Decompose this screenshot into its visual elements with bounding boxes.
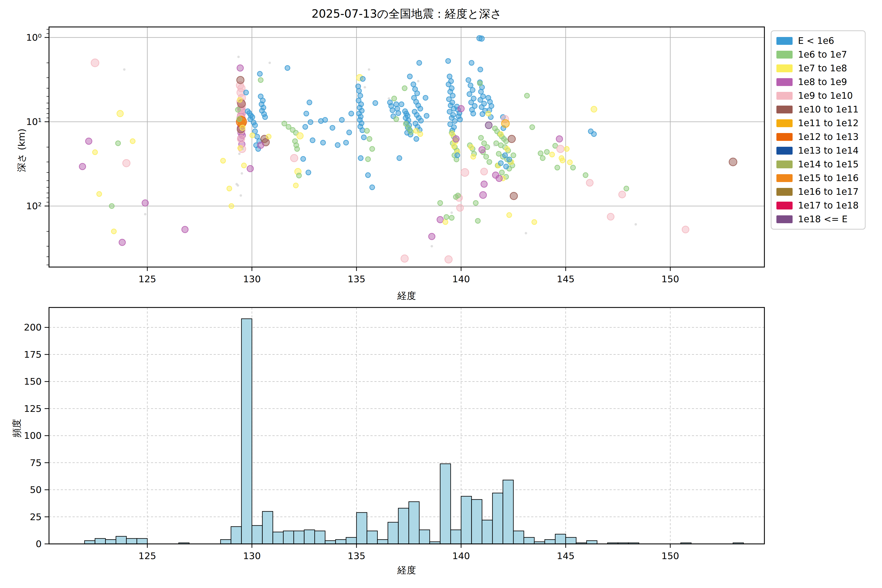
legend-swatch (776, 147, 793, 154)
histogram-bar (242, 319, 252, 544)
scatter-point (238, 153, 241, 155)
scatter-point (123, 159, 130, 167)
scatter-point (475, 218, 480, 223)
legend-item: 1e14 to 1e15 (776, 159, 858, 170)
scatter-point (498, 132, 503, 136)
scatter-point (109, 204, 114, 208)
legend-swatch (776, 78, 793, 86)
legend-swatch (776, 202, 793, 210)
scatter-point (498, 161, 503, 166)
scatter-point (486, 111, 491, 116)
y-tick-label: 150 (24, 376, 42, 387)
scatter-point (396, 111, 401, 116)
scatter-point (80, 164, 86, 170)
legend-item: 1e15 to 1e16 (776, 173, 858, 183)
legend-swatch (776, 51, 793, 58)
scatter-point (304, 111, 309, 116)
scatter-point (458, 106, 464, 112)
histogram-bar (492, 493, 503, 544)
y-tick-label: 200 (24, 322, 42, 333)
x-tick-label: 125 (138, 274, 156, 285)
scatter-point (508, 135, 516, 142)
scatter-point (496, 175, 502, 182)
legend-swatch (776, 92, 793, 100)
scatter-point (321, 140, 326, 145)
scatter-point (586, 179, 593, 186)
scatter-point (418, 132, 423, 136)
legend-swatch (776, 160, 793, 168)
histogram-bar (524, 537, 534, 544)
scatter-point (91, 59, 99, 67)
scatter-point (367, 136, 372, 141)
histogram-bar (304, 530, 315, 544)
scatter-point (227, 186, 232, 191)
scatter-point (307, 100, 312, 105)
scatter-point (119, 239, 126, 246)
scatter-point (370, 147, 375, 152)
histogram-bar (409, 502, 420, 544)
scatter-point (525, 232, 527, 234)
scatter-point (471, 111, 476, 116)
scatter-point (544, 150, 549, 154)
scatter-point (682, 226, 689, 233)
scatter-point (116, 141, 120, 146)
histogram-bar (346, 537, 357, 544)
scatter-point (457, 204, 464, 211)
scatter-point (123, 68, 126, 71)
scatter-point (358, 93, 363, 98)
scatter-point (356, 84, 361, 89)
histogram-bar (378, 540, 388, 544)
histogram-bar (126, 538, 137, 544)
scatter-point (591, 132, 596, 136)
scatter-point (241, 172, 243, 175)
legend-label: 1e17 to 1e18 (798, 200, 858, 211)
scatter-point (399, 102, 404, 107)
scatter-point (364, 86, 366, 88)
scatter-point (729, 158, 737, 166)
scatter-point (424, 113, 429, 118)
legend-label: 1e13 to 1e14 (798, 145, 858, 156)
legend-swatch (776, 64, 793, 72)
scatter-point (346, 130, 352, 135)
legend-label: 1e6 to 1e7 (798, 49, 847, 60)
y-tick-label: 50 (30, 484, 42, 495)
scatter-point (144, 213, 147, 215)
scatter-point (507, 157, 512, 162)
histogram-bar (398, 508, 409, 544)
scatter-point (306, 170, 311, 175)
histogram-bar (472, 500, 482, 544)
legend-label: 1e15 to 1e16 (798, 173, 858, 183)
scatter-point (142, 200, 148, 206)
histogram-bar (315, 531, 325, 544)
scatter-point (478, 135, 483, 140)
legend-swatch (776, 174, 793, 182)
scatter-point (344, 140, 348, 145)
scatter-point (266, 134, 271, 139)
histogram-bar (545, 540, 555, 544)
scatter-point (449, 215, 454, 220)
scatter-point (467, 92, 472, 96)
scatter-point (494, 144, 496, 147)
scatter-point (130, 139, 135, 144)
scatter-point (480, 192, 487, 198)
scatter-point (238, 68, 241, 71)
scatter-point (322, 117, 328, 122)
scatter-point (458, 117, 462, 122)
legend-item: 1e6 to 1e7 (776, 49, 858, 60)
scatter-point (452, 144, 456, 149)
scatter-point (469, 145, 474, 150)
scatter-point (282, 121, 287, 126)
legend-item: 1e17 to 1e18 (776, 200, 858, 211)
legend-label: 1e12 to 1e13 (798, 132, 858, 142)
scatter-point (368, 68, 370, 71)
histogram-bar (325, 541, 336, 544)
scatter-point (423, 95, 428, 100)
scatter-point (500, 170, 504, 175)
scatter-point (511, 153, 516, 158)
scatter-point (237, 184, 239, 187)
scatter-point (455, 153, 460, 158)
legend-label: 1e8 to 1e9 (798, 76, 847, 87)
scatter-point (408, 129, 413, 134)
scatter-point (567, 160, 572, 165)
scatter-point (461, 168, 469, 176)
